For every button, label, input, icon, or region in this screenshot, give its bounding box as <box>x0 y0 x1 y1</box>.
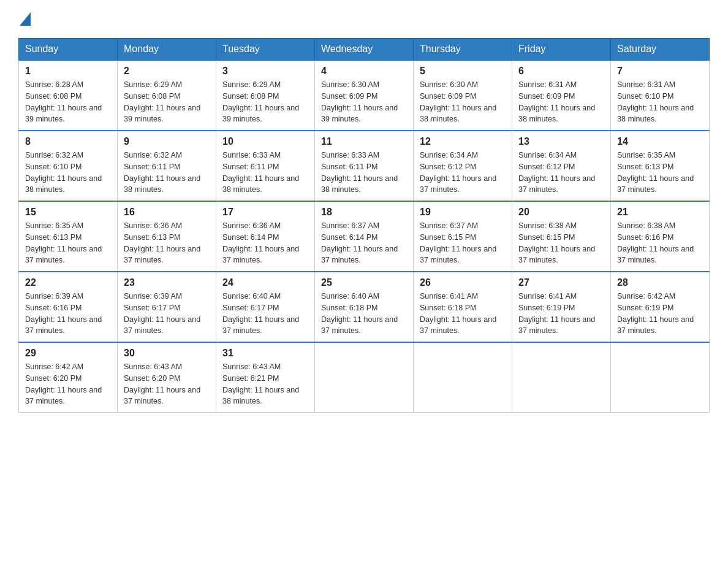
day-info: Sunrise: 6:40 AM Sunset: 6:17 PM Dayligh… <box>222 291 308 337</box>
week-row-2: 8 Sunrise: 6:32 AM Sunset: 6:10 PM Dayli… <box>19 131 710 201</box>
day-number: 23 <box>124 277 210 288</box>
day-number: 17 <box>222 207 308 218</box>
day-number: 11 <box>321 136 407 147</box>
day-info: Sunrise: 6:37 AM Sunset: 6:15 PM Dayligh… <box>420 220 506 266</box>
day-info: Sunrise: 6:33 AM Sunset: 6:11 PM Dayligh… <box>321 150 407 196</box>
calendar-cell: 16 Sunrise: 6:36 AM Sunset: 6:13 PM Dayl… <box>118 201 216 272</box>
day-number: 30 <box>124 348 210 359</box>
day-info: Sunrise: 6:29 AM Sunset: 6:08 PM Dayligh… <box>222 79 308 125</box>
day-info: Sunrise: 6:41 AM Sunset: 6:19 PM Dayligh… <box>518 291 604 337</box>
day-number: 16 <box>124 207 210 218</box>
col-header-monday: Monday <box>118 39 216 61</box>
day-number: 29 <box>25 348 111 359</box>
day-info: Sunrise: 6:34 AM Sunset: 6:12 PM Dayligh… <box>518 150 604 196</box>
week-row-1: 1 Sunrise: 6:28 AM Sunset: 6:08 PM Dayli… <box>19 60 710 131</box>
calendar-cell: 31 Sunrise: 6:43 AM Sunset: 6:21 PM Dayl… <box>216 342 315 413</box>
day-number: 26 <box>420 277 506 288</box>
day-number: 10 <box>222 136 308 147</box>
day-number: 31 <box>222 348 308 359</box>
day-info: Sunrise: 6:38 AM Sunset: 6:16 PM Dayligh… <box>617 220 703 266</box>
day-number: 7 <box>617 66 703 77</box>
calendar-cell: 4 Sunrise: 6:30 AM Sunset: 6:09 PM Dayli… <box>315 60 414 131</box>
day-number: 12 <box>420 136 506 147</box>
calendar-cell: 3 Sunrise: 6:29 AM Sunset: 6:08 PM Dayli… <box>216 60 315 131</box>
day-info: Sunrise: 6:41 AM Sunset: 6:18 PM Dayligh… <box>420 291 506 337</box>
day-info: Sunrise: 6:34 AM Sunset: 6:12 PM Dayligh… <box>420 150 506 196</box>
calendar-cell: 22 Sunrise: 6:39 AM Sunset: 6:16 PM Dayl… <box>19 272 118 342</box>
calendar-cell <box>512 342 611 413</box>
day-number: 3 <box>222 66 308 77</box>
day-info: Sunrise: 6:30 AM Sunset: 6:09 PM Dayligh… <box>321 79 407 125</box>
day-number: 1 <box>25 66 111 77</box>
logo <box>18 12 31 26</box>
calendar-cell: 25 Sunrise: 6:40 AM Sunset: 6:18 PM Dayl… <box>315 272 414 342</box>
page-header <box>18 12 710 26</box>
calendar-cell: 24 Sunrise: 6:40 AM Sunset: 6:17 PM Dayl… <box>216 272 315 342</box>
day-number: 2 <box>124 66 210 77</box>
calendar-header-row: SundayMondayTuesdayWednesdayThursdayFrid… <box>19 39 710 61</box>
day-info: Sunrise: 6:30 AM Sunset: 6:09 PM Dayligh… <box>420 79 506 125</box>
calendar-cell: 5 Sunrise: 6:30 AM Sunset: 6:09 PM Dayli… <box>414 60 512 131</box>
calendar-cell: 23 Sunrise: 6:39 AM Sunset: 6:17 PM Dayl… <box>118 272 216 342</box>
day-number: 24 <box>222 277 308 288</box>
svg-marker-0 <box>20 12 31 26</box>
calendar-cell: 7 Sunrise: 6:31 AM Sunset: 6:10 PM Dayli… <box>611 60 710 131</box>
calendar-cell <box>414 342 512 413</box>
day-number: 19 <box>420 207 506 218</box>
col-header-friday: Friday <box>512 39 611 61</box>
day-info: Sunrise: 6:31 AM Sunset: 6:10 PM Dayligh… <box>617 79 703 125</box>
calendar-cell: 15 Sunrise: 6:35 AM Sunset: 6:13 PM Dayl… <box>19 201 118 272</box>
week-row-5: 29 Sunrise: 6:42 AM Sunset: 6:20 PM Dayl… <box>19 342 710 413</box>
day-info: Sunrise: 6:39 AM Sunset: 6:16 PM Dayligh… <box>25 291 111 337</box>
day-info: Sunrise: 6:40 AM Sunset: 6:18 PM Dayligh… <box>321 291 407 337</box>
day-info: Sunrise: 6:39 AM Sunset: 6:17 PM Dayligh… <box>124 291 210 337</box>
calendar-cell: 8 Sunrise: 6:32 AM Sunset: 6:10 PM Dayli… <box>19 131 118 201</box>
col-header-wednesday: Wednesday <box>315 39 414 61</box>
week-row-4: 22 Sunrise: 6:39 AM Sunset: 6:16 PM Dayl… <box>19 272 710 342</box>
day-info: Sunrise: 6:37 AM Sunset: 6:14 PM Dayligh… <box>321 220 407 266</box>
day-number: 18 <box>321 207 407 218</box>
day-number: 28 <box>617 277 703 288</box>
calendar-cell: 9 Sunrise: 6:32 AM Sunset: 6:11 PM Dayli… <box>118 131 216 201</box>
day-info: Sunrise: 6:32 AM Sunset: 6:10 PM Dayligh… <box>25 150 111 196</box>
day-info: Sunrise: 6:36 AM Sunset: 6:14 PM Dayligh… <box>222 220 308 266</box>
day-number: 4 <box>321 66 407 77</box>
calendar-cell: 14 Sunrise: 6:35 AM Sunset: 6:13 PM Dayl… <box>611 131 710 201</box>
calendar-cell: 17 Sunrise: 6:36 AM Sunset: 6:14 PM Dayl… <box>216 201 315 272</box>
day-number: 22 <box>25 277 111 288</box>
col-header-tuesday: Tuesday <box>216 39 315 61</box>
day-info: Sunrise: 6:38 AM Sunset: 6:15 PM Dayligh… <box>518 220 604 266</box>
calendar-cell <box>315 342 414 413</box>
col-header-saturday: Saturday <box>611 39 710 61</box>
calendar-cell: 6 Sunrise: 6:31 AM Sunset: 6:09 PM Dayli… <box>512 60 611 131</box>
calendar-cell: 10 Sunrise: 6:33 AM Sunset: 6:11 PM Dayl… <box>216 131 315 201</box>
col-header-thursday: Thursday <box>414 39 512 61</box>
day-number: 15 <box>25 207 111 218</box>
day-number: 5 <box>420 66 506 77</box>
calendar-cell: 27 Sunrise: 6:41 AM Sunset: 6:19 PM Dayl… <box>512 272 611 342</box>
day-info: Sunrise: 6:42 AM Sunset: 6:20 PM Dayligh… <box>25 361 111 407</box>
col-header-sunday: Sunday <box>19 39 118 61</box>
calendar-cell: 29 Sunrise: 6:42 AM Sunset: 6:20 PM Dayl… <box>19 342 118 413</box>
calendar-cell: 19 Sunrise: 6:37 AM Sunset: 6:15 PM Dayl… <box>414 201 512 272</box>
calendar-cell: 28 Sunrise: 6:42 AM Sunset: 6:19 PM Dayl… <box>611 272 710 342</box>
day-number: 21 <box>617 207 703 218</box>
day-number: 14 <box>617 136 703 147</box>
calendar-cell <box>611 342 710 413</box>
day-info: Sunrise: 6:33 AM Sunset: 6:11 PM Dayligh… <box>222 150 308 196</box>
calendar-cell: 13 Sunrise: 6:34 AM Sunset: 6:12 PM Dayl… <box>512 131 611 201</box>
day-info: Sunrise: 6:35 AM Sunset: 6:13 PM Dayligh… <box>617 150 703 196</box>
calendar-cell: 30 Sunrise: 6:43 AM Sunset: 6:20 PM Dayl… <box>118 342 216 413</box>
day-number: 13 <box>518 136 604 147</box>
calendar-cell: 18 Sunrise: 6:37 AM Sunset: 6:14 PM Dayl… <box>315 201 414 272</box>
day-info: Sunrise: 6:36 AM Sunset: 6:13 PM Dayligh… <box>124 220 210 266</box>
calendar-cell: 26 Sunrise: 6:41 AM Sunset: 6:18 PM Dayl… <box>414 272 512 342</box>
day-number: 27 <box>518 277 604 288</box>
day-number: 9 <box>124 136 210 147</box>
calendar-cell: 2 Sunrise: 6:29 AM Sunset: 6:08 PM Dayli… <box>118 60 216 131</box>
calendar-cell: 21 Sunrise: 6:38 AM Sunset: 6:16 PM Dayl… <box>611 201 710 272</box>
calendar-cell: 1 Sunrise: 6:28 AM Sunset: 6:08 PM Dayli… <box>19 60 118 131</box>
logo-triangle-icon <box>20 12 31 26</box>
day-number: 25 <box>321 277 407 288</box>
day-number: 20 <box>518 207 604 218</box>
